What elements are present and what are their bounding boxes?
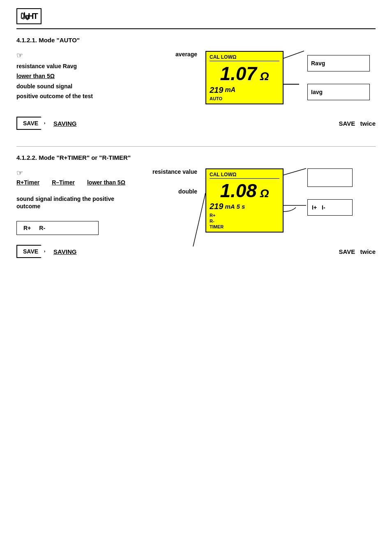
section2-finger-icon: ☞: [16, 168, 23, 177]
section2-right-connector: [284, 168, 316, 234]
section1-line3: positive outcome of the test: [16, 92, 197, 101]
section2-i-minus: I-: [322, 204, 325, 211]
section2-rtimer-row: R+Timer R–Timer lower than 5Ω: [16, 179, 197, 186]
section1-finger-icon: ☞: [16, 51, 23, 60]
section2-bottom-box: R+ R-: [16, 221, 99, 235]
section1-left-text: ☞ average resistance value Ravg lower th…: [16, 51, 205, 101]
logo: ㏆HT: [16, 8, 42, 24]
section1-block: ☞ average resistance value Ravg lower th…: [16, 51, 376, 104]
svg-line-0: [284, 51, 304, 58]
section1-current-unit: mA: [225, 86, 235, 94]
section2-save-button[interactable]: SAVE: [16, 245, 45, 258]
section2-r-minus: R-: [39, 225, 45, 231]
section2-current-unit: mA: [225, 203, 235, 210]
section2-timer-value: 5 s: [237, 203, 245, 210]
section2-r-plus-timer: R+Timer: [16, 179, 39, 186]
section2-resistance-value: 1.08 Ω: [210, 181, 279, 200]
section2-lower-than: lower than 5Ω: [87, 179, 125, 186]
section1-mode: AUTO: [210, 96, 279, 101]
section2-mode-row: R+ R- TIMER: [210, 212, 279, 229]
section1-connector-svg: [284, 51, 316, 104]
section2-double-row: double: [16, 188, 197, 195]
section1-line1: resistance value Ravg: [16, 62, 197, 71]
section2-mode-r-minus: R-: [210, 219, 279, 223]
section2-current-row: 219 mA 5 s: [210, 202, 279, 211]
section1-save-button[interactable]: SAVE: [16, 117, 45, 130]
section1-lcd: CAL LOWΩ 1.07 Ω 219 mA AUTO: [205, 51, 284, 104]
section2-lcd: CAL LOWΩ 1.08 Ω 219 mA 5 s R+ R- TIMER: [205, 168, 284, 233]
section1-saving-label: SAVING: [53, 120, 76, 127]
section2-display-area: CAL LOWΩ 1.08 Ω 219 mA 5 s R+ R- TIMER: [205, 168, 353, 233]
section1-save-right: SAVE twice: [336, 120, 376, 127]
svg-line-2: [284, 168, 306, 175]
section1-current-value: 219: [210, 85, 223, 95]
section1-line2: double sound signal: [16, 82, 197, 91]
section1-top-row: ☞ average: [16, 51, 197, 60]
section2-sound-line: sound signal indicating the positive: [16, 196, 197, 202]
section-divider: [16, 146, 376, 147]
section2-omega: Ω: [257, 187, 269, 200]
section1-average-label: average: [175, 51, 197, 58]
section1-save-row: SAVE SAVING SAVE twice: [16, 117, 376, 130]
section1-line1-underline: lower than 5Ω: [16, 71, 197, 81]
top-divider: [16, 28, 376, 29]
section2-main: ☞ resistance value R+Timer R–Timer lower…: [16, 168, 376, 235]
section2-left-text: ☞ resistance value R+Timer R–Timer lower…: [16, 168, 205, 235]
section1-heading: 4.1.2.1. Mode "AUTO": [16, 37, 376, 44]
section2-mode-r-plus: R+: [210, 213, 279, 218]
logo-area: ㏆HT: [16, 8, 376, 24]
logo-text: ㏆HT: [21, 11, 37, 21]
section1-omega: Ω: [257, 70, 269, 83]
section1-resistance-value: 1.07 Ω: [210, 64, 279, 83]
section1-iavg-box: Iavg: [307, 84, 370, 100]
section1-ravg-box: Ravg: [307, 55, 370, 71]
section2-resistance-label: resistance value: [152, 168, 197, 177]
section2-current-value: 219: [210, 202, 223, 211]
section1-current-row: 219 mA: [210, 85, 279, 95]
section2-r-minus-timer: R–Timer: [52, 179, 75, 186]
section1-display-area: CAL LOWΩ 1.07 Ω 219 mA AUTO Ravg I: [205, 51, 370, 104]
section2-save-row: SAVE SAVING SAVE twice: [16, 245, 376, 258]
section2-mode-timer: TIMER: [210, 224, 279, 229]
section2-heading: 4.1.2.2. Mode "R+TIMER" or "R-TIMER": [16, 154, 376, 161]
section2-r-plus: R+: [23, 225, 31, 231]
section2-cal-label: CAL LOWΩ: [210, 172, 279, 179]
section2-top-row: ☞ resistance value: [16, 168, 197, 177]
section2-saving-label: SAVING: [53, 248, 76, 255]
section2-save-right: SAVE twice: [336, 248, 376, 255]
section1-cal-label: CAL LOWΩ: [210, 54, 279, 61]
section2-outcome-line: outcome: [16, 203, 197, 210]
